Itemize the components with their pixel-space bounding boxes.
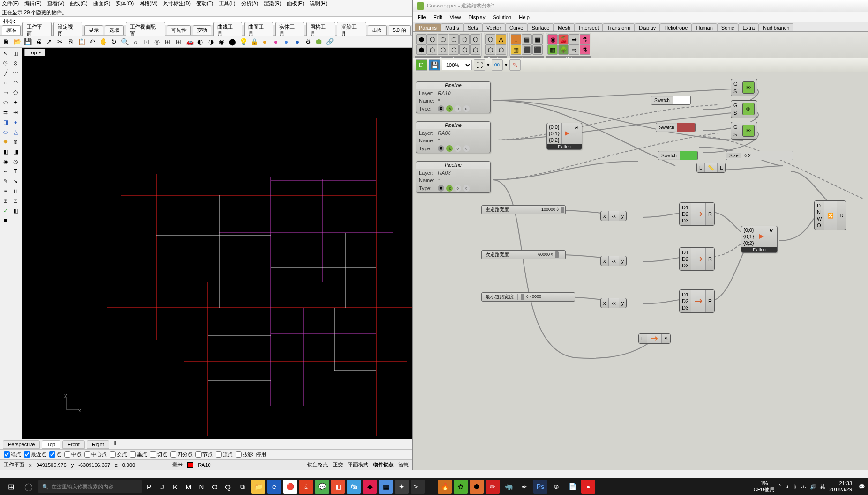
text-icon[interactable]: T	[11, 167, 20, 176]
hex-icon[interactable]: ⬡	[438, 44, 448, 55]
filter-icon[interactable]: ✖	[438, 185, 444, 192]
gh-toolbar[interactable]: 🗎 💾 100% ⛶ ▾ 👁 ▾ ✎	[413, 58, 868, 72]
gh-tab[interactable]: Display	[635, 23, 660, 31]
app2-icon[interactable]: ◆	[363, 480, 377, 494]
output-port[interactable]: D	[839, 212, 843, 219]
cplane-icon[interactable]: ⊞	[163, 37, 173, 47]
sketch-icon[interactable]: ✎	[509, 59, 521, 71]
menu-item[interactable]: 曲面(S)	[93, 0, 111, 8]
app3-icon[interactable]: ▦	[379, 480, 393, 494]
flatten-node[interactable]: {0;0} {0;1} {0;2} R Flatten	[741, 226, 778, 253]
menu-item[interactable]: 变动(T)	[196, 0, 213, 8]
gh-tab[interactable]: Curve	[505, 23, 527, 31]
input-port[interactable]: O	[817, 222, 822, 229]
menu-item[interactable]: 尺寸标注(D)	[163, 0, 191, 8]
rhino-tab[interactable]: 出图	[368, 25, 387, 35]
osnap-item[interactable]: 切点	[150, 451, 167, 458]
check-icon[interactable]: ✓	[1, 206, 10, 215]
edge-icon[interactable]: e	[267, 480, 281, 494]
gh-menu-item[interactable]: File	[418, 15, 426, 20]
hex-icon[interactable]: ⬡	[485, 34, 495, 44]
new-doc-icon[interactable]: 🗎	[416, 59, 427, 71]
pipeline-node[interactable]: Pipeline Layer:RA10 Name:* Type: ✖ ⎋ ○ ○	[416, 81, 491, 113]
save-icon[interactable]: 💾	[22, 37, 33, 47]
arrow-icon[interactable]: ⇨	[569, 44, 579, 55]
rhino-menubar[interactable]: 文件(F) 编辑(E) 查看(V) 曲线(C) 曲面(S) 实体(O) 网格(M…	[0, 0, 412, 8]
output-port[interactable]: R	[708, 298, 712, 304]
gh-canvas[interactable]: Pipeline Layer:RA10 Name:* Type: ✖ ⎋ ○ ○…	[413, 72, 868, 470]
tool-c-icon[interactable]: ◉	[1, 157, 10, 166]
terminal-icon[interactable]: >_	[411, 480, 425, 494]
input-icon[interactable]: ▦	[511, 44, 521, 55]
taskbar-key[interactable]: P	[143, 483, 155, 491]
pan-icon[interactable]: ✋	[98, 37, 108, 47]
tray-up-icon[interactable]: ˄	[778, 484, 781, 490]
gh-icon[interactable]: ⬢	[314, 37, 324, 47]
viewport-tab[interactable]: Right	[87, 440, 109, 449]
input-icon[interactable]: ▤	[522, 34, 532, 44]
gh-tab[interactable]: Params	[415, 23, 441, 31]
menu-item[interactable]: 面板(P)	[287, 0, 304, 8]
layer-icon[interactable]: ≣	[1, 216, 10, 225]
swatch-color[interactable]	[680, 151, 697, 160]
new-icon[interactable]: 🗎	[1, 37, 11, 47]
zoom-extents-icon[interactable]: ⊡	[141, 37, 151, 47]
hex-icon[interactable]: ⬡	[485, 44, 495, 55]
star-icon[interactable]: ✦	[11, 98, 20, 107]
hex-icon[interactable]: ⬡	[470, 44, 480, 55]
input-port[interactable]: D2	[682, 298, 688, 304]
osnap-item[interactable]: 端点	[4, 451, 21, 458]
input-port[interactable]: W	[817, 215, 822, 222]
preview-node[interactable]: GS 👁	[731, 100, 757, 118]
rhino-tab[interactable]: 可见性	[167, 25, 191, 35]
hex-icon[interactable]: ⬡	[459, 34, 470, 44]
block-icon[interactable]: ◧	[11, 206, 20, 215]
rect-icon[interactable]: ▭	[1, 88, 10, 97]
osnap-item[interactable]: 点	[49, 451, 61, 458]
input-port[interactable]: D2	[682, 256, 688, 262]
gh-menu-item[interactable]: Display	[468, 15, 485, 20]
menu-item[interactable]: 文件(F)	[2, 0, 19, 8]
app7-icon[interactable]: ⬢	[470, 480, 484, 494]
output-port[interactable]: L	[720, 164, 723, 171]
app6-icon[interactable]: ✿	[454, 480, 468, 494]
osnap-item[interactable]: 节点	[195, 451, 213, 458]
layer-name[interactable]: RA10	[198, 462, 211, 468]
osnap-item[interactable]: 中心点	[84, 451, 107, 458]
osnap-item[interactable]: 中点	[64, 451, 82, 458]
statusbar-pane[interactable]: 工作平面	[4, 461, 24, 468]
car-icon[interactable]: 🚗	[184, 37, 195, 47]
rhino-tab[interactable]: 选取	[105, 25, 124, 35]
windows-taskbar[interactable]: ⊞ ◯ 🔍 在这里输入你要搜索的内容 P J K M N O Q ⧉ 📁 e 🔴…	[0, 478, 868, 495]
slider-track[interactable]: 60000 ◊	[513, 251, 565, 259]
menu-item[interactable]: 编辑(E)	[24, 0, 42, 8]
input-port[interactable]: L	[699, 164, 702, 171]
input-port[interactable]: S	[733, 132, 738, 137]
gear-icon[interactable]: ⚙	[303, 37, 313, 47]
input-port[interactable]: D1	[682, 204, 688, 211]
temp-icon[interactable]: 🌡	[785, 484, 790, 489]
copy-icon[interactable]: ⎘	[66, 37, 76, 47]
output-port[interactable]: y	[621, 213, 624, 219]
output-port[interactable]: y	[621, 300, 624, 306]
rec-icon[interactable]: ●	[581, 480, 595, 494]
slider-node[interactable]: 主道路宽度 100000 ◊	[481, 205, 566, 214]
explorer-icon[interactable]: 📁	[251, 480, 265, 494]
osnap-item[interactable]: 投影	[236, 451, 253, 458]
slider-track[interactable]: ◊ 40000	[518, 293, 575, 301]
cut-icon[interactable]: ✂	[55, 37, 65, 47]
swatch-color[interactable]	[673, 96, 690, 104]
polygon-icon[interactable]: ⬠	[11, 88, 20, 97]
circle-icon[interactable]: ○	[1, 78, 10, 88]
menu-item[interactable]: 工具(L)	[219, 0, 235, 8]
osnap-bar[interactable]: 端点 最近点 点 中点 中心点 交点 垂点 切点 四分点 节点 顶点 投影 停用	[0, 449, 412, 459]
rhino-tab[interactable]: 标准	[2, 25, 21, 35]
preview-node[interactable]: GS 👁	[731, 79, 757, 96]
snap-icon[interactable]: ⊡	[11, 196, 20, 206]
save-icon[interactable]: 💾	[429, 59, 440, 71]
output-port[interactable]: S	[664, 335, 667, 342]
osnap-disable[interactable]: 停用	[256, 451, 266, 458]
layer-swatch-icon[interactable]	[187, 462, 193, 468]
render3-icon[interactable]: ●	[281, 37, 292, 47]
osnap-item[interactable]: 四分点	[170, 451, 193, 458]
